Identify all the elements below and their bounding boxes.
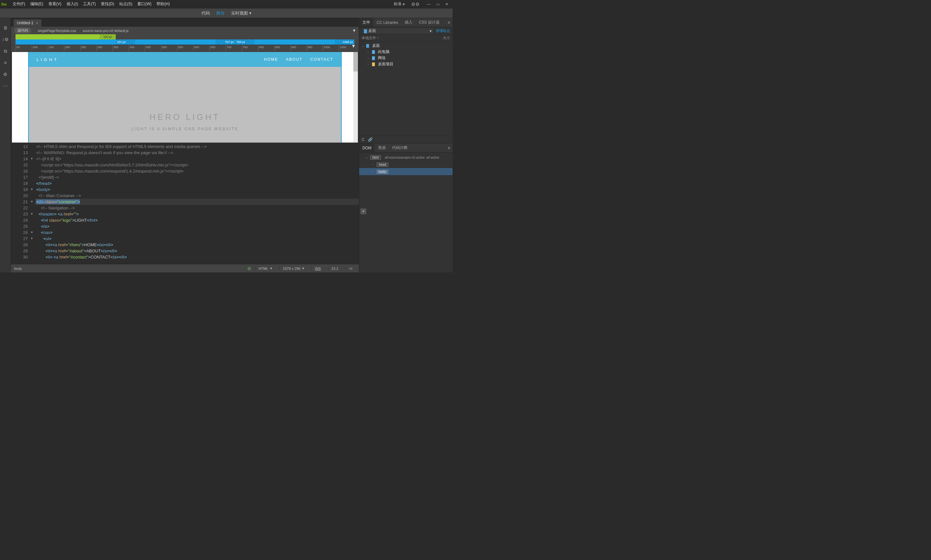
options-icon[interactable]: ⚙ [2,71,9,78]
wrap-icon[interactable]: ≡ [2,60,9,66]
line-gutter: 12131415161718192021222324252627282930 [11,143,31,264]
panel-tab-insert[interactable]: 插入 [402,18,416,27]
view-switcher: 代码 拆分 实时视图 ▾ [0,8,452,18]
manage-sites-link[interactable]: 管理站点 [436,28,450,33]
panel-tab-cclib[interactable]: CC Libraries [373,18,402,27]
panel-menu-icon[interactable]: ≡ [445,146,452,150]
related-files-bar: 源代码 singlePageTemplate.css source-sans-p… [11,26,359,34]
app-logo: Dw [1,2,7,6]
file-icon[interactable]: 🗎 [2,25,9,31]
preview-nav: HOME ABOUT CONTACT [264,57,333,62]
close-button[interactable]: ✕ [442,1,451,8]
related-file[interactable]: singlePageTemplate.css [38,29,76,32]
language-selector[interactable]: HTML ▾ [255,266,275,271]
close-tab-icon[interactable]: × [36,21,38,25]
panel-tab-dom[interactable]: DOM [359,143,375,152]
tag-selector[interactable]: body [14,266,243,271]
refresh-icon[interactable]: C [362,137,365,142]
preview-scrollbar[interactable] [353,52,358,143]
scrub-handle-icon[interactable]: ⇕▾ [352,45,357,49]
panel-tab-assets[interactable]: 资源 [375,143,389,152]
left-toolbar: 🗎 ↕⚙ ⧉ ≡ ⚙ ⋯ [0,18,11,272]
panel-tabs-top: 文件 CC Libraries 插入 CSS 设计器 ≡ [359,18,452,27]
panel-tab-css[interactable]: CSS 设计器 [416,18,443,27]
tree-row[interactable]: ›▇桌面项目 [359,61,452,67]
files-tree[interactable]: ⌄▇桌面›▇此电脑›▇网络›▇桌面项目 [359,42,452,135]
files-panel: ▇桌面▾ 管理站点 本地文件 ↑ 大小 ⌄▇桌面›▇此电脑›▇网络›▇桌面项目 … [359,27,452,143]
source-code-pill[interactable]: 源代码 [14,28,31,34]
window-size[interactable]: 1078 x 290 ▾ [279,266,308,271]
manage-icon[interactable]: ↕⚙ [2,36,9,43]
extract-icon[interactable]: ⧉ [2,48,9,54]
breakpoint-desktop[interactable]: 321 px 767 px 768 px 1096 px [15,39,354,45]
breakpoint-mobile[interactable]: 320 px [15,34,116,39]
dom-node-body[interactable]: body [377,170,388,174]
menu-item[interactable]: 窗口(W) [135,0,154,8]
dom-node-html[interactable]: html [370,155,381,160]
view-split[interactable]: 拆分 [216,10,225,16]
minimize-button[interactable]: — [424,1,433,8]
menubar: Dw 文件(F)编辑(E)查看(V)插入(I)工具(T)查找(D)站点(S)窗口… [0,0,452,8]
menu-item[interactable]: 编辑(E) [28,0,46,8]
dom-node-head[interactable]: head [377,163,388,167]
breakpoint-rulers: 320 px 321 px 767 px 768 px 1096 px [11,34,359,45]
tree-row[interactable]: ⌄▇桌面 [359,43,452,49]
maximize-button[interactable]: ▭ [433,1,442,8]
panel-tab-snippets[interactable]: 代码片断 [389,143,411,152]
tree-row[interactable]: ›▇此电脑 [359,49,452,55]
document-area: Untitled-1 × 源代码 singlePageTemplate.css … [11,18,359,272]
menu-item[interactable]: 工具(T) [80,0,98,8]
insert-mode[interactable]: INS [311,266,324,271]
no-errors-icon[interactable]: ⊘ [247,266,251,271]
dom-panel[interactable]: ⌄ html .wf-sourcesanspro-n2-active .wf-a… [359,152,452,272]
view-code[interactable]: 代码 [202,10,210,16]
preview-icon[interactable]: ▭ [346,266,355,271]
view-live[interactable]: 实时视图 ▾ [231,10,251,16]
menu-item[interactable]: 站点(S) [117,0,135,8]
preview-hero: HERO LIGHT LIGHT IS A SIMPLE ONE PAGE WE… [29,67,341,131]
preview-nav-home[interactable]: HOME [264,57,279,62]
preview-nav-contact[interactable]: CONTACT [310,57,333,62]
cursor-position: 21:1 [328,266,342,271]
status-bar: body ⊘ HTML ▾ 1078 x 290 ▾ INS 21:1 ▭ [11,264,359,272]
panel-menu-icon[interactable]: ≡ [445,20,452,25]
size-column[interactable]: 大小 [443,35,450,40]
menu-item[interactable]: 帮助(H) [154,0,172,8]
live-preview[interactable]: LIGHT HOME ABOUT CONTACT HERO LIGHT LIGH… [12,52,358,143]
menu-items: 文件(F)编辑(E)查看(V)插入(I)工具(T)查找(D)站点(S)窗口(W)… [10,0,392,8]
panel-tab-files[interactable]: 文件 [359,18,373,27]
menu-item[interactable]: 查找(D) [98,0,117,8]
tree-row[interactable]: ›▇网络 [359,55,452,61]
document-tabs: Untitled-1 × [11,18,359,26]
related-file[interactable]: source-sans-pro:n2:default.js [83,29,129,32]
preview-nav-about[interactable]: ABOUT [286,57,303,62]
menu-item[interactable]: 插入(I) [64,0,80,8]
more-icon[interactable]: ⋯ [2,83,9,89]
site-selector[interactable]: ▇桌面▾ [362,28,434,34]
filter-icon[interactable]: ▼ [352,28,356,33]
workspace-selector[interactable]: 标准▾ [392,1,407,7]
document-tab[interactable]: Untitled-1 × [14,19,42,26]
local-files-header[interactable]: 本地文件 ↑ [362,35,379,40]
sync-icon[interactable]: 🔗 [368,137,373,142]
preview-header: LIGHT HOME ABOUT CONTACT [29,52,341,67]
sync-settings-icon[interactable]: ⚙⚙ [409,2,422,7]
menu-item[interactable]: 查看(V) [46,0,64,8]
preview-logo[interactable]: LIGHT [37,57,58,62]
menu-item[interactable]: 文件(F) [10,0,28,8]
fold-column[interactable]: ▼▼▼▼▼▼ [31,143,35,264]
code-editor[interactable]: 12131415161718192021222324252627282930 ▼… [11,143,359,264]
dom-add-button[interactable]: + [360,208,366,214]
right-panels: 文件 CC Libraries 插入 CSS 设计器 ≡ ▇桌面▾ 管理站点 本… [359,18,452,272]
panel-tabs-dom: DOM 资源 代码片断 ≡ [359,143,452,152]
pixel-ruler[interactable]: 5010015020025030035040045050055060065070… [11,45,359,52]
